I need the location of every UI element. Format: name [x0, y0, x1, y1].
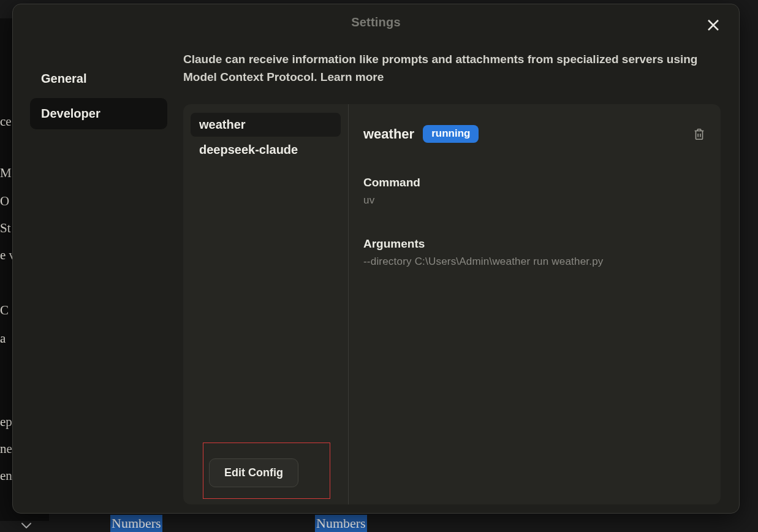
settings-nav: General Developer: [13, 48, 183, 513]
nav-item-general[interactable]: General: [30, 63, 167, 94]
description-text: Claude can receive information like prom…: [183, 53, 697, 83]
server-item-weather[interactable]: weather: [191, 113, 341, 137]
bg-text: ne: [0, 441, 12, 457]
settings-content: Claude can receive information like prom…: [183, 48, 739, 513]
arguments-value: --directory C:\Users\Admin\weather run w…: [363, 256, 706, 268]
server-name: weather: [363, 126, 414, 142]
command-value: uv: [363, 194, 706, 207]
bg-text: M: [0, 165, 12, 181]
close-icon: [706, 18, 721, 32]
bg-text: O: [0, 194, 9, 209]
spacer: [191, 163, 341, 451]
status-badge: running: [423, 125, 479, 143]
chevron-down-icon[interactable]: [15, 519, 38, 532]
modal-title: Settings: [13, 15, 739, 29]
bg-text: en: [0, 468, 12, 484]
nav-item-developer[interactable]: Developer: [30, 98, 167, 129]
bg-text: ep: [0, 414, 12, 430]
delete-server-button[interactable]: [692, 127, 706, 141]
edit-config-wrapper: Edit Config: [191, 451, 341, 496]
learn-more-link[interactable]: Learn more: [320, 70, 384, 83]
bg-text: St: [0, 221, 11, 236]
command-label: Command: [363, 176, 706, 189]
server-detail: weather running Command uv Arguments --d…: [349, 104, 721, 504]
bg-text: ce: [0, 114, 12, 129]
server-list: weather deepseek-claude Edit Config: [183, 104, 349, 504]
server-item-deepseek-claude[interactable]: deepseek-claude: [191, 138, 341, 162]
close-button[interactable]: [706, 18, 721, 32]
arguments-label: Arguments: [363, 237, 706, 251]
modal-body: General Developer Claude can receive inf…: [13, 48, 739, 513]
bg-highlight-text: Numbers: [315, 515, 367, 532]
server-detail-header: weather running: [363, 125, 706, 143]
bg-highlight-text: Numbers: [110, 515, 162, 532]
mcp-description: Claude can receive information like prom…: [183, 51, 721, 86]
servers-panel: weather deepseek-claude Edit Config weat…: [183, 104, 721, 504]
edit-config-button[interactable]: Edit Config: [209, 458, 298, 487]
trash-icon: [692, 127, 706, 141]
settings-modal: Settings General Developer Claude can re…: [12, 4, 740, 514]
bg-text: C: [0, 303, 9, 318]
bg-text: a: [0, 331, 6, 346]
